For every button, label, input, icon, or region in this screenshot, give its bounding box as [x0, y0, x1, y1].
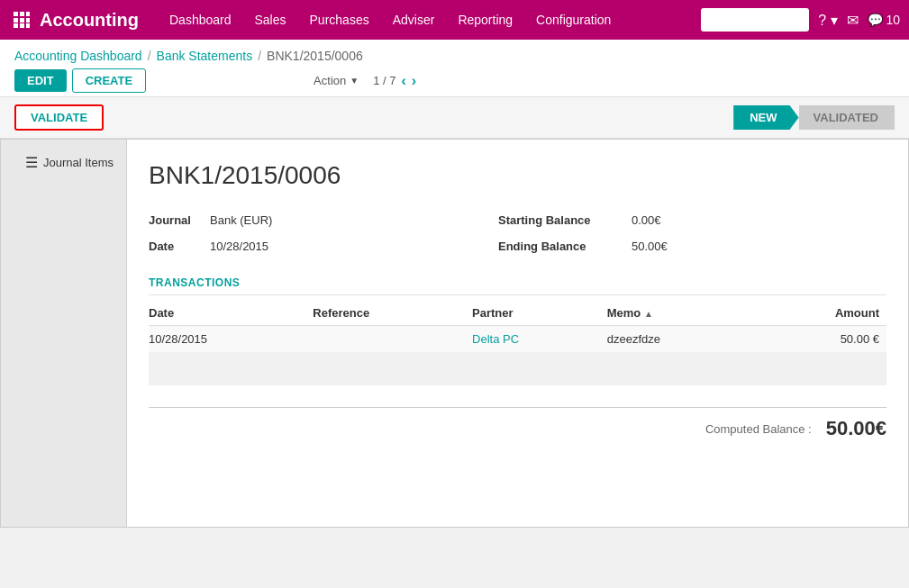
computed-balance-label: Computed Balance :: [705, 422, 812, 436]
document-content: BNK1/2015/0006 Journal Bank (EUR) Date 1…: [127, 140, 908, 527]
breadcrumb-bank-statements[interactable]: Bank Statements: [157, 49, 253, 63]
breadcrumb-sep-1: /: [148, 49, 151, 63]
create-button[interactable]: CREATE: [72, 68, 146, 93]
app-grid-icon[interactable]: [9, 7, 34, 32]
table-row: 10/28/2015 Delta PC dzeezfdze 50.00 €: [149, 326, 886, 353]
action-dropdown[interactable]: Action ▼: [314, 74, 359, 87]
svg-rect-6: [14, 23, 18, 28]
transactions-section: TRANSACTIONS Date Reference Partner Memo…: [149, 276, 886, 385]
svg-rect-8: [26, 23, 30, 28]
memo-sort-arrow: ▲: [644, 309, 653, 319]
svg-rect-3: [14, 18, 18, 23]
col-date: Date: [149, 301, 313, 326]
edit-button[interactable]: EDIT: [14, 69, 67, 92]
journal-items-button[interactable]: ☰ Journal Items: [20, 150, 119, 175]
ending-balance-value: 50.00€: [632, 238, 722, 255]
date-label: Date: [149, 238, 203, 255]
breadcrumb-accounting-dashboard[interactable]: Accounting Dashboard: [14, 49, 142, 63]
breadcrumb-sep-2: /: [258, 49, 261, 63]
search-input[interactable]: [701, 8, 809, 32]
prev-page-button[interactable]: ‹: [401, 73, 405, 89]
document-title: BNK1/2015/0006: [149, 161, 886, 190]
breadcrumb-bar: Accounting Dashboard / Bank Statements /…: [0, 40, 909, 97]
nav-links: Dashboard Sales Purchases Adviser Report…: [159, 7, 695, 32]
nav-right: ? ▾ ✉ 💬 10: [701, 8, 900, 32]
transactions-title: TRANSACTIONS: [149, 276, 886, 295]
row-date: 10/28/2015: [149, 326, 313, 353]
status-tabs: NEW VALIDATED: [733, 105, 895, 130]
ending-balance-label: Ending Balance: [498, 238, 624, 255]
status-tab-new[interactable]: NEW: [733, 105, 798, 130]
nav-purchases[interactable]: Purchases: [299, 7, 380, 32]
journal-items-label: Journal Items: [43, 156, 114, 169]
col-reference: Reference: [313, 301, 472, 326]
transactions-table: Date Reference Partner Memo ▲ Amount: [149, 301, 886, 385]
mail-icon[interactable]: ✉: [847, 12, 859, 29]
validate-bar: VALIDATE NEW VALIDATED: [0, 97, 909, 139]
pagination-text: 1 / 7: [373, 74, 395, 87]
left-fields: Journal Bank (EUR) Date 10/28/2015: [149, 212, 354, 255]
col-partner: Partner: [472, 301, 607, 326]
main-area: ☰ Journal Items BNK1/2015/0006 Journal B…: [0, 139, 909, 528]
nav-adviser[interactable]: Adviser: [382, 7, 446, 32]
row-amount: 50.00 €: [759, 326, 886, 353]
starting-balance-label: Starting Balance: [498, 212, 624, 229]
action-dropdown-arrow: ▼: [350, 76, 359, 86]
app-name: Accounting: [40, 10, 139, 31]
date-value: 10/28/2015: [210, 238, 354, 255]
svg-rect-0: [14, 12, 18, 16]
status-tab-validated[interactable]: VALIDATED: [799, 105, 895, 130]
action-label: Action: [314, 74, 346, 87]
journal-label: Journal: [149, 212, 203, 229]
col-memo[interactable]: Memo ▲: [607, 301, 759, 326]
chat-icon[interactable]: 💬 10: [868, 13, 900, 27]
svg-rect-2: [26, 12, 30, 16]
breadcrumb: Accounting Dashboard / Bank Statements /…: [14, 49, 895, 63]
svg-rect-7: [20, 23, 24, 28]
journal-sidebar: ☰ Journal Items: [1, 140, 127, 527]
table-header-row: Date Reference Partner Memo ▲ Amount: [149, 301, 886, 326]
table-empty-row: [149, 353, 886, 385]
top-navigation: Accounting Dashboard Sales Purchases Adv…: [0, 0, 909, 40]
action-bar: EDIT CREATE Action ▼ 1 / 7 ‹ ›: [14, 68, 895, 93]
content-area: ☰ Journal Items BNK1/2015/0006 Journal B…: [1, 140, 908, 527]
field-section: Journal Bank (EUR) Date 10/28/2015 Start…: [149, 212, 886, 255]
nav-reporting[interactable]: Reporting: [447, 7, 523, 32]
starting-balance-value: 0.00€: [632, 212, 722, 229]
right-fields: Starting Balance 0.00€ Ending Balance 50…: [498, 212, 722, 255]
col-amount: Amount: [759, 301, 886, 326]
computed-balance: Computed Balance : 50.00€: [149, 407, 886, 440]
nav-configuration[interactable]: Configuration: [525, 7, 622, 32]
next-page-button[interactable]: ›: [412, 73, 416, 89]
svg-rect-1: [20, 12, 24, 16]
nav-sales[interactable]: Sales: [244, 7, 297, 32]
pagination: 1 / 7 ‹ ›: [373, 73, 416, 89]
computed-balance-value: 50.00€: [826, 417, 886, 440]
help-icon[interactable]: ? ▾: [818, 12, 837, 29]
breadcrumb-current: BNK1/2015/0006: [267, 49, 363, 63]
journal-value: Bank (EUR): [210, 212, 354, 229]
validate-button[interactable]: VALIDATE: [14, 104, 104, 131]
svg-rect-4: [20, 18, 24, 23]
svg-rect-5: [26, 18, 30, 23]
row-reference: [313, 326, 472, 353]
hamburger-icon: ☰: [25, 154, 38, 171]
row-memo: dzeezfdze: [607, 326, 759, 353]
row-partner[interactable]: Delta PC: [472, 326, 607, 353]
nav-dashboard[interactable]: Dashboard: [159, 7, 242, 32]
